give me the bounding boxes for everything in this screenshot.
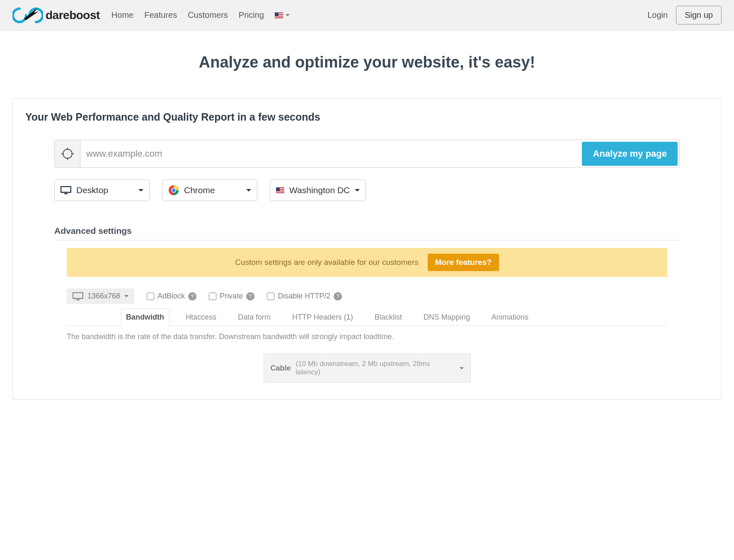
main-nav: Home Features Customers Pricing bbox=[111, 10, 647, 20]
disable-http2-input[interactable] bbox=[267, 293, 274, 300]
svg-rect-11 bbox=[64, 193, 68, 194]
tab-bandwidth[interactable]: Bandwidth bbox=[121, 308, 170, 326]
us-flag-icon bbox=[276, 187, 284, 193]
bandwidth-description: The bandwidth is the rate of the data tr… bbox=[67, 332, 667, 341]
language-select[interactable] bbox=[275, 12, 290, 18]
logo-icon bbox=[12, 7, 43, 24]
adblock-input[interactable] bbox=[147, 293, 154, 300]
browser-label: Chrome bbox=[184, 185, 241, 195]
login-link[interactable]: Login bbox=[647, 10, 668, 20]
svg-point-5 bbox=[63, 149, 72, 158]
chevron-down-icon bbox=[138, 189, 143, 192]
chevron-down-icon bbox=[246, 189, 251, 192]
tab-dataform[interactable]: Data form bbox=[233, 308, 276, 326]
analyze-card: Your Web Performance and Quality Report … bbox=[12, 98, 722, 400]
header: dareboost Home Features Customers Pricin… bbox=[0, 0, 734, 31]
help-icon[interactable]: ? bbox=[334, 292, 342, 301]
banner-text: Custom settings are only available for o… bbox=[235, 258, 418, 267]
svg-rect-19 bbox=[276, 187, 280, 191]
resolution-label: 1366x768 bbox=[87, 292, 120, 301]
nav-home[interactable]: Home bbox=[111, 10, 133, 20]
url-input[interactable] bbox=[80, 140, 580, 167]
header-right: Login Sign up bbox=[647, 6, 722, 24]
svg-rect-18 bbox=[276, 192, 284, 192]
hero-title: Analyze and optimize your website, it's … bbox=[0, 53, 734, 71]
nav-customers[interactable]: Customers bbox=[188, 10, 228, 20]
selects-row: Desktop Chrome Washington DC bbox=[54, 179, 680, 201]
adblock-checkbox[interactable]: AdBlock ? bbox=[147, 292, 196, 301]
logo[interactable]: dareboost bbox=[12, 7, 100, 24]
browser-select[interactable]: Chrome bbox=[162, 179, 257, 201]
profile-name: Cable bbox=[271, 364, 291, 373]
chevron-down-icon bbox=[286, 14, 290, 16]
device-label: Desktop bbox=[76, 185, 133, 195]
us-flag-icon bbox=[275, 12, 283, 18]
svg-rect-10 bbox=[61, 187, 71, 192]
monitor-icon bbox=[73, 292, 83, 301]
nav-features[interactable]: Features bbox=[144, 10, 177, 20]
svg-rect-3 bbox=[275, 17, 283, 17]
svg-rect-4 bbox=[275, 12, 279, 16]
target-icon bbox=[55, 140, 80, 167]
logo-text: dareboost bbox=[46, 9, 100, 22]
private-checkbox[interactable]: Private ? bbox=[209, 292, 254, 301]
location-select[interactable]: Washington DC bbox=[270, 179, 366, 201]
chevron-down-icon bbox=[460, 367, 464, 369]
tools-row: 1366x768 AdBlock ? Private ? Disable HTT… bbox=[67, 288, 667, 304]
more-features-button[interactable]: More features? bbox=[428, 254, 499, 271]
analyze-button[interactable]: Analyze my page bbox=[582, 142, 678, 166]
signup-button[interactable]: Sign up bbox=[676, 6, 722, 24]
nav-pricing[interactable]: Pricing bbox=[239, 10, 264, 20]
analyze-row: Analyze my page bbox=[54, 140, 680, 168]
tab-dnsmapping[interactable]: DNS Mapping bbox=[418, 308, 475, 326]
tab-httpheaders[interactable]: HTTP Headers (1) bbox=[287, 308, 359, 326]
help-icon[interactable]: ? bbox=[246, 292, 254, 301]
svg-rect-20 bbox=[73, 293, 83, 298]
card-title: Your Web Performance and Quality Report … bbox=[25, 111, 709, 123]
profile-detail: (10 Mb downstream, 2 Mb upstream, 28ms l… bbox=[296, 360, 450, 376]
tab-animations[interactable]: Animations bbox=[486, 308, 534, 326]
chevron-down-icon bbox=[355, 189, 360, 192]
svg-rect-21 bbox=[76, 299, 80, 301]
location-label: Washington DC bbox=[289, 185, 350, 195]
svg-point-14 bbox=[172, 189, 176, 192]
private-input[interactable] bbox=[209, 293, 216, 300]
help-icon[interactable]: ? bbox=[188, 292, 196, 301]
disable-http2-checkbox[interactable]: Disable HTTP/2 ? bbox=[267, 292, 342, 301]
chevron-down-icon bbox=[124, 295, 128, 297]
advanced-tabs: Bandwidth Htaccess Data form HTTP Header… bbox=[67, 308, 667, 326]
tab-htaccess[interactable]: Htaccess bbox=[180, 308, 222, 326]
resolution-select[interactable]: 1366x768 bbox=[67, 288, 134, 304]
bandwidth-profile-select[interactable]: Cable (10 Mb downstream, 2 Mb upstream, … bbox=[264, 354, 471, 383]
advanced-title: Advanced settings bbox=[54, 226, 680, 236]
chrome-icon bbox=[168, 185, 179, 196]
tab-blacklist[interactable]: Blacklist bbox=[369, 308, 407, 326]
device-select[interactable]: Desktop bbox=[54, 179, 150, 201]
upsell-banner: Custom settings are only available for o… bbox=[67, 248, 667, 277]
divider bbox=[54, 240, 680, 240]
monitor-icon bbox=[61, 186, 71, 194]
